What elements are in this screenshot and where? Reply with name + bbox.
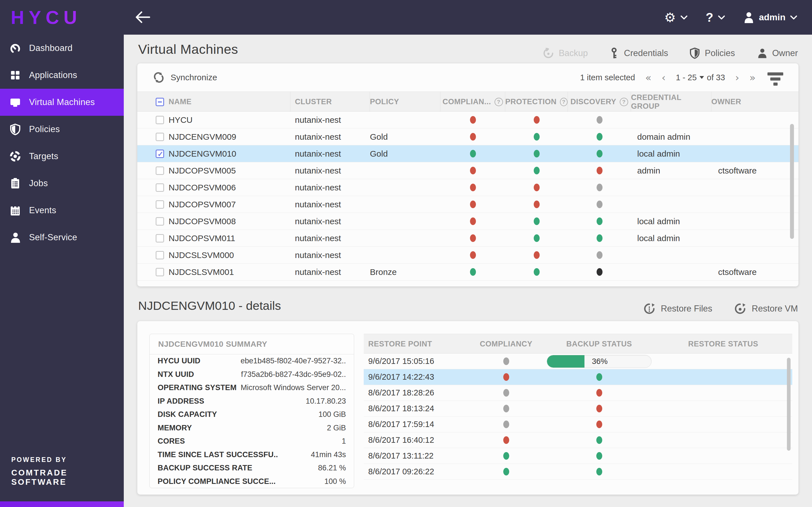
status-dot-cell <box>505 251 568 259</box>
user-menu[interactable]: admin <box>743 11 797 23</box>
gray-status-dot <box>503 389 509 397</box>
summary-label: POLICY COMPLIANCE SUCCE... <box>158 477 276 486</box>
row-checkbox[interactable] <box>156 150 164 158</box>
row-checkbox[interactable] <box>156 217 164 226</box>
restore-points-panel: RESTORE POINT COMPLIANCY BACKUP STATUS R… <box>364 334 792 488</box>
key-icon <box>609 48 619 59</box>
synchronize-button[interactable]: Synchronize <box>153 72 217 83</box>
status-dot-cell <box>468 389 544 397</box>
row-checkbox[interactable] <box>156 234 164 242</box>
sync-icon <box>153 72 164 83</box>
sidebar-item-policies[interactable]: Policies <box>0 116 124 143</box>
table-row[interactable]: NJDCENGVM010nutanix-nestGoldlocal admin <box>137 145 799 162</box>
summary-row: IP ADDRESS10.17.80.23 <box>150 395 354 408</box>
owner-button[interactable]: Owner <box>756 48 798 59</box>
red-status-dot <box>470 201 476 208</box>
row-checkbox[interactable] <box>156 116 164 124</box>
help-circle-icon[interactable]: ? <box>620 98 628 106</box>
sidebar-item-targets[interactable]: Targets <box>0 143 124 170</box>
vm-name: NJDCOPSVM007 <box>168 200 290 209</box>
restore-vm-button[interactable]: Restore VM <box>734 303 798 315</box>
restore-files-button[interactable]: Restore Files <box>644 303 712 315</box>
summary-label: HYCU UUID <box>158 356 200 365</box>
black-status-dot <box>597 268 603 276</box>
red-status-dot <box>596 405 602 412</box>
status-dot-cell <box>441 133 505 140</box>
table-row[interactable]: NJDCOPSVM008nutanix-nestlocal admin <box>137 213 799 230</box>
status-dot-cell <box>468 452 544 460</box>
sidebar-item-dashboard[interactable]: Dashboard <box>0 35 124 62</box>
restore-point-row[interactable]: 9/6/2017 15:05:1636% <box>364 353 792 369</box>
sidebar-item-label: Events <box>29 205 56 216</box>
sidebar-item-applications[interactable]: Applications <box>0 62 124 89</box>
select-all-checkbox[interactable] <box>156 98 164 106</box>
back-button[interactable] <box>135 11 151 24</box>
row-checkbox[interactable] <box>156 166 164 175</box>
restore-point-row[interactable]: 8/6/2017 17:59:14 <box>364 416 792 432</box>
row-checkbox[interactable] <box>156 268 164 276</box>
table-row[interactable]: NJDCOPSVM011nutanix-nestlocal admin <box>137 230 799 247</box>
page-title: Virtual Machines <box>138 41 238 57</box>
backup-button[interactable]: Backup <box>543 48 588 59</box>
vm-credential-group: local admin <box>631 149 711 159</box>
filter-button[interactable] <box>766 71 785 87</box>
restore-point-row[interactable]: 9/6/2017 14:22:43 <box>364 369 792 385</box>
table-row[interactable]: NJDCOPSVM006nutanix-nest <box>137 179 799 196</box>
help-circle-icon[interactable]: ? <box>495 98 503 106</box>
vm-cluster: nutanix-nest <box>290 250 370 260</box>
last-page-button[interactable]: » <box>749 72 756 83</box>
table-row[interactable]: HYCUnutanix-nest <box>137 112 799 128</box>
table-row[interactable]: NJDCSLSVM001nutanix-nestBronzectsoftware <box>137 264 799 281</box>
column-header-discovery[interactable]: DISCOVERY ? <box>568 92 631 112</box>
sidebar-item-self-service[interactable]: Self-Service <box>0 224 124 251</box>
policies-button[interactable]: Policies <box>690 48 735 59</box>
row-checkbox-cell <box>137 268 168 276</box>
restore-point-row[interactable]: 8/6/2017 18:28:26 <box>364 385 792 401</box>
help-menu[interactable]: ? <box>706 10 725 24</box>
row-checkbox[interactable] <box>156 133 164 141</box>
details-card: NJDCENGVM010 SUMMARY HYCU UUIDebe1b485-f… <box>137 321 799 495</box>
credentials-button[interactable]: Credentials <box>609 48 668 59</box>
vm-policy: Gold <box>370 149 441 159</box>
column-header-name[interactable]: NAME <box>168 92 290 112</box>
main-content: Virtual Machines Backup Credentials Poli… <box>124 35 812 507</box>
row-checkbox[interactable] <box>156 183 164 192</box>
column-header-cluster[interactable]: CLUSTER <box>290 92 370 112</box>
column-header-protection[interactable]: PROTECTION ? <box>505 92 568 112</box>
restore-point-row[interactable]: 8/6/2017 16:40:12 <box>364 432 792 448</box>
vm-table-scrollbar[interactable] <box>790 124 794 239</box>
column-header-compliance[interactable]: COMPLIAN... ? <box>441 92 505 112</box>
sidebar-item-label: Virtual Machines <box>29 97 95 107</box>
grid-icon <box>9 69 21 81</box>
summary-row: NTX UUIDf735a2b6-b827-43dc-95e9-02.. <box>150 368 354 381</box>
vm-cluster: nutanix-nest <box>290 233 370 243</box>
summary-value: 41min 43s <box>311 450 346 459</box>
column-header-policy[interactable]: POLICY <box>370 92 441 112</box>
sidebar-item-virtual-machines[interactable]: Virtual Machines <box>0 89 124 116</box>
first-page-button[interactable]: « <box>645 72 651 83</box>
person-icon <box>756 48 767 59</box>
table-row[interactable]: NJDCENGVM009nutanix-nestGolddomain admin <box>137 128 799 145</box>
column-header-credential-group[interactable]: CREDENTIAL GROUP <box>631 92 711 112</box>
help-circle-icon[interactable]: ? <box>560 98 567 106</box>
table-row[interactable]: NJDCOPSVM005nutanix-nestadminctsoftware <box>137 162 799 179</box>
backup-progress-bar: 36% <box>547 355 652 368</box>
restore-point-row[interactable]: 8/6/2017 09:26:22 <box>364 464 792 480</box>
next-page-button[interactable]: › <box>735 72 739 83</box>
row-checkbox[interactable] <box>156 251 164 260</box>
sidebar-item-events[interactable]: Events <box>0 197 124 224</box>
vm-name: NJDCOPSVM006 <box>168 183 290 192</box>
restore-points-scrollbar[interactable] <box>787 358 791 451</box>
table-row[interactable]: NJDCSLSVM000nutanix-nest <box>137 247 799 264</box>
page-range-dropdown[interactable]: 1 - 25 of 33 <box>676 73 725 82</box>
settings-menu[interactable]: ⚙ <box>664 11 688 24</box>
restore-vm-label: Restore VM <box>752 304 798 314</box>
prev-page-button[interactable]: ‹ <box>661 72 665 83</box>
sidebar-item-jobs[interactable]: Jobs <box>0 170 124 197</box>
restore-point-row[interactable]: 8/6/2017 13:11:22 <box>364 448 792 464</box>
row-checkbox[interactable] <box>156 200 164 209</box>
row-checkbox-cell <box>137 150 168 158</box>
restore-point-row[interactable]: 8/6/2017 18:13:24 <box>364 401 792 416</box>
column-header-owner[interactable]: OWNER <box>711 92 799 112</box>
table-row[interactable]: NJDCOPSVM007nutanix-nest <box>137 196 799 213</box>
